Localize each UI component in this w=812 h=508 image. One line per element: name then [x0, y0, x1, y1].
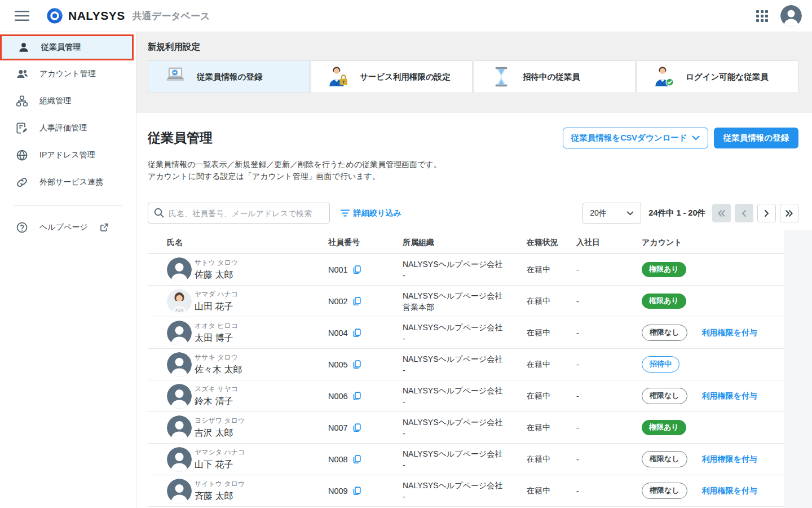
quick-setup-cards: 従業員情報の登録 サービス利用権限の設定 招待中の従業員 ログイン可能な従業員	[148, 60, 798, 93]
employee-table-body: サトウ タロウ 佐藤 太郎 N001 NALYSYSヘルプページ会社 - 在籍中…	[148, 254, 784, 507]
card-invited-employees[interactable]: 招待中の従業員	[474, 60, 636, 93]
hire-date: -	[576, 329, 579, 338]
copy-icon	[352, 265, 361, 274]
apps-grid-button[interactable]	[756, 10, 768, 22]
card-register-employee[interactable]: 従業員情報の登録	[148, 60, 310, 93]
employee-name: 山下 花子	[195, 459, 245, 471]
employee-kana: ヤマシタ ハナコ	[195, 448, 245, 457]
copy-button[interactable]	[352, 265, 361, 274]
employee-number: N009	[328, 487, 348, 496]
search-icon	[154, 208, 164, 220]
account-status-badge: 権限あり	[642, 262, 686, 277]
hire-date: -	[576, 487, 579, 496]
page-size-value: 20件	[590, 208, 607, 218]
employee-kana: スズキ サヤコ	[195, 384, 238, 394]
sidebar-divider	[14, 205, 122, 206]
advanced-filter-label: 詳細絞り込み	[354, 208, 401, 218]
chevron-left-icon	[742, 210, 747, 217]
page-size-select[interactable]: 20件	[582, 203, 641, 224]
copy-icon	[352, 391, 361, 401]
copy-button[interactable]	[352, 296, 361, 306]
table-row[interactable]: ササキ タロウ 佐々木 太郎 N005 NALYSYSヘルプページ会社 - 在籍…	[148, 349, 784, 380]
filter-icon	[341, 209, 350, 217]
column-header: 氏名	[167, 238, 328, 248]
top-header: NALYSYS 共通データベース	[0, 0, 812, 32]
user-avatar-button[interactable]	[780, 5, 802, 27]
sidebar-item-hr-evaluation[interactable]: 人事評価管理	[0, 115, 136, 142]
table-row[interactable]: ヨシザワ タロウ 吉沢 太郎 N007 NALYSYSヘルプページ会社 - 在籍…	[148, 412, 784, 444]
org-department: 営業本部	[403, 301, 527, 313]
last-page-button[interactable]	[780, 204, 798, 222]
avatar-placeholder-icon	[167, 257, 192, 282]
employee-number: N008	[328, 455, 348, 464]
main-area: 新規利用設定 従業員情報の登録 サービス利用権限の設定 招待中の従業員	[136, 32, 812, 508]
table-toolbar: 詳細絞り込み 20件 24件中 1 - 20件	[148, 203, 798, 224]
card-login-enabled-employees[interactable]: ログイン可能な従業員	[637, 60, 798, 93]
card-label: 招待中の従業員	[523, 72, 580, 82]
avatar-placeholder-icon	[167, 352, 192, 377]
register-employee-label: 従業員情報の登録	[723, 133, 789, 143]
advanced-filter-link[interactable]: 詳細絞り込み	[341, 208, 401, 218]
grant-permission-link[interactable]: 利用権限を付与	[702, 486, 757, 496]
copy-button[interactable]	[352, 423, 361, 432]
copy-icon	[352, 486, 361, 496]
next-page-button[interactable]	[757, 204, 776, 222]
sidebar-item-ip-address[interactable]: IPアドレス管理	[0, 142, 136, 169]
sidebar-item-account-management[interactable]: アカウント管理	[0, 60, 136, 87]
table-row[interactable]: サトウ タロウ 佐藤 太郎 N001 NALYSYSヘルプページ会社 - 在籍中…	[148, 254, 784, 286]
org-company: NALYSYSヘルプページ会社	[403, 417, 527, 428]
menu-button[interactable]	[14, 7, 30, 24]
grant-permission-link[interactable]: 利用権限を付与	[702, 391, 757, 401]
column-header: 入社日	[576, 238, 642, 248]
table-row[interactable]: ヤマシタ ハナコ 山下 花子 N008 NALYSYSヘルプページ会社 - 在籍…	[148, 444, 784, 475]
copy-button[interactable]	[352, 328, 361, 338]
card-label: 従業員情報の登録	[197, 72, 262, 82]
csv-download-button[interactable]: 従業員情報をCSVダウンロード	[563, 128, 708, 148]
sidebar-item-organization-management[interactable]: 組織管理	[0, 87, 136, 115]
copy-button[interactable]	[352, 454, 361, 464]
register-employee-button[interactable]: 従業員情報の登録	[714, 128, 798, 148]
table-row[interactable]: オオタ ヒロコ 太田 博子 N004 NALYSYSヘルプページ会社 - 在籍中…	[148, 317, 784, 349]
employee-number: N001	[328, 265, 348, 274]
copy-button[interactable]	[352, 360, 361, 369]
account-status-badge: 権限なし	[642, 451, 687, 467]
chevron-down-icon	[626, 211, 634, 216]
search-input[interactable]	[148, 203, 330, 224]
table-row[interactable]: サイトウ タロウ 斉藤 太郎 N009 NALYSYSヘルプページ会社 - 在籍…	[148, 475, 784, 507]
table-row[interactable]: ヤマダ ハナコ 山田 花子 N002 NALYSYSヘルプページ会社 営業本部 …	[148, 286, 784, 317]
hamburger-icon	[15, 10, 29, 21]
prev-page-button[interactable]	[735, 204, 753, 222]
employee-name: 太田 博子	[195, 332, 238, 344]
employee-number: N006	[328, 392, 348, 401]
evaluation-doc-icon	[16, 122, 28, 134]
quick-setup-panel: 新規利用設定 従業員情報の登録 サービス利用権限の設定 招待中の従業員	[136, 32, 812, 113]
table-row[interactable]: スズキ サヤコ 鈴木 清子 N006 NALYSYSヘルプページ会社 - 在籍中…	[148, 380, 784, 412]
first-page-button[interactable]	[712, 204, 731, 222]
copy-icon	[352, 454, 361, 464]
enrollment-status: 在籍中	[527, 486, 550, 495]
hire-date: -	[576, 392, 579, 401]
employee-name: 鈴木 清子	[195, 396, 238, 408]
copy-icon	[352, 360, 361, 369]
sidebar-item-help-page[interactable]: ヘルプページ	[0, 214, 136, 241]
sidebar-item-label: 従業員管理	[41, 42, 81, 52]
org-company: NALYSYSヘルプページ会社	[403, 322, 527, 333]
column-header: 所属組織	[403, 238, 527, 248]
avatar-placeholder-icon	[167, 447, 192, 472]
grant-permission-link[interactable]: 利用権限を付与	[702, 454, 757, 465]
page-title: 従業員管理	[148, 129, 213, 147]
grant-permission-link[interactable]: 利用権限を付与	[702, 328, 757, 338]
hire-date: -	[576, 265, 579, 274]
org-company: NALYSYSヘルプページ会社	[403, 259, 527, 270]
card-service-permission[interactable]: サービス利用権限の設定	[311, 60, 473, 93]
copy-button[interactable]	[352, 486, 361, 496]
copy-button[interactable]	[352, 391, 361, 401]
card-label: サービス利用権限の設定	[360, 72, 451, 82]
sidebar-item-external-services[interactable]: 外部サービス連携	[0, 169, 136, 196]
employee-name: 斉藤 太郎	[195, 491, 245, 502]
card-label: ログイン可能な従業員	[686, 72, 769, 82]
account-status-badge: 招待中	[642, 356, 679, 373]
csv-download-label: 従業員情報をCSVダウンロード	[571, 133, 687, 143]
sidebar-item-employee-management[interactable]: 従業員管理	[0, 34, 134, 60]
right-gutter	[784, 230, 812, 508]
